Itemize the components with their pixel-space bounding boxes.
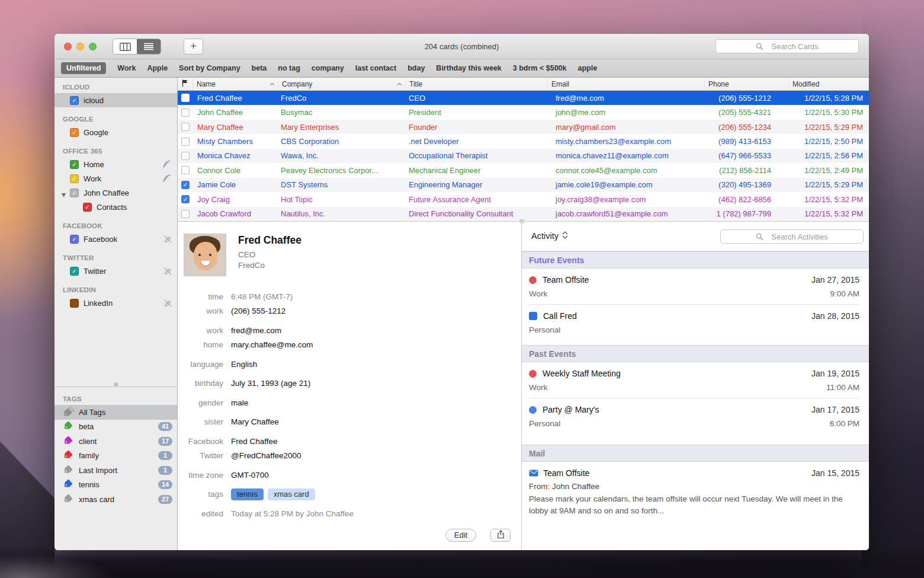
filter-sort-by-company[interactable]: Sort by Company [179, 64, 240, 72]
filter-company[interactable]: company [312, 64, 344, 72]
filter-no-tag[interactable]: no tag [278, 64, 300, 72]
sidebar-item-facebook[interactable]: ✓Facebook [54, 232, 177, 246]
row-checkbox[interactable] [181, 138, 190, 146]
cell-email: jamie.cole19@example.com [548, 180, 705, 189]
account-checkbox[interactable]: ✓ [70, 160, 79, 169]
activity-item-team-offsite[interactable]: Team OffsiteJan 15, 2015From: John Chaff… [522, 462, 869, 522]
filter-beta[interactable]: beta [252, 64, 267, 72]
row-checkbox[interactable]: ✓ [181, 181, 190, 189]
filter-birthday-this-week[interactable]: Birthday this week [436, 64, 501, 72]
filter-work[interactable]: Work [117, 64, 136, 72]
search-activities-input[interactable]: Search Activities [720, 229, 864, 244]
tag-row-client[interactable]: client17 [54, 434, 177, 449]
tag-row-beta[interactable]: beta41 [54, 420, 177, 435]
table-row-fred-chaffee[interactable]: Fred ChaffeeFredCoCEOfred@me.com(206) 55… [178, 91, 869, 105]
sidebar-section-header-tags: TAGS [54, 393, 177, 405]
columns-view-button[interactable] [113, 39, 137, 54]
divider-knob[interactable] [114, 382, 118, 387]
card-field-gender: gendermale [178, 395, 521, 410]
sidebar-item-home[interactable]: ✓Home [54, 157, 177, 171]
account-checkbox[interactable]: ✓ [70, 189, 79, 197]
account-checkbox[interactable] [70, 299, 79, 308]
sidebar-item-label: Facebook [84, 235, 117, 244]
contact-photo[interactable] [184, 234, 226, 276]
filter-bday[interactable]: bday [408, 64, 425, 72]
column-header-company[interactable]: Company [278, 78, 406, 90]
table-row-john-chaffee[interactable]: John ChaffeeBusymacPresidentjohn@me.com(… [178, 105, 869, 119]
filter-unfiltered[interactable]: Unfiltered [61, 62, 106, 74]
close-button[interactable] [64, 43, 72, 50]
tag-row-tennis[interactable]: tennis14 [54, 478, 177, 493]
column-header-name[interactable]: Name [193, 78, 278, 90]
tag-pill-tennis[interactable]: tennis [231, 488, 264, 500]
table-row-jamie-cole[interactable]: ✓Jamie ColeDST SystemsEngineering Manage… [178, 178, 869, 192]
activity-item-team-offsite[interactable]: Team OffsiteJan 27, 2015Work9:00 AM [522, 269, 869, 304]
activity-item-party-mary-s[interactable]: Party @ Mary'sJan 17, 2015Personal6:00 P… [522, 398, 869, 434]
tag-row-last-import[interactable]: Last Import1 [54, 463, 177, 478]
share-button[interactable] [490, 529, 511, 542]
add-card-button[interactable]: + [184, 39, 203, 55]
account-checkbox[interactable]: ✓ [70, 174, 79, 183]
sidebar-item-google[interactable]: ✓Google [54, 125, 177, 139]
activity-item-weekly-staff-meeting[interactable]: Weekly Staff MeetingJan 19, 2015Work11:0… [522, 362, 869, 398]
table-row-connor-cole[interactable]: Connor ColePeavey Electronics Corpor...M… [178, 163, 869, 177]
filter-3-bdrm-500k[interactable]: 3 bdrm < $500k [513, 64, 567, 72]
row-checkbox[interactable] [181, 94, 190, 102]
sidebar-item-work[interactable]: ✓Work [54, 171, 177, 186]
search-icon [756, 43, 763, 50]
sidebar-item-icloud[interactable]: ✓icloud [54, 93, 177, 107]
column-header-modified[interactable]: Modified [789, 78, 869, 90]
row-checkbox-cell [178, 166, 193, 174]
row-checkbox[interactable]: ✓ [181, 195, 190, 203]
field-value: 6:48 PM (GMT-7) [231, 292, 293, 301]
sidebar-item-contacts[interactable]: ✓Contacts [54, 200, 177, 214]
list-view-button[interactable] [137, 39, 161, 54]
field-label: work [178, 306, 223, 315]
disclosure-triangle-icon[interactable] [61, 190, 66, 199]
sidebar-item-john-chaffee[interactable]: ✓John Chaffee [54, 186, 177, 200]
filter-last-contact[interactable]: last contact [355, 64, 396, 72]
zoom-button[interactable] [89, 43, 97, 50]
cell-company: DST Systems [278, 180, 406, 189]
table-row-monica-chavez[interactable]: Monica ChavezWawa, Inc.Occupational Ther… [178, 149, 869, 163]
column-header-title[interactable]: Title [406, 78, 548, 90]
tag-pill-xmas-card[interactable]: xmas card [268, 488, 315, 500]
table-row-joy-craig[interactable]: ✓Joy CraigHot TopicFuture Assurance Agen… [178, 192, 869, 206]
tag-count-badge: 17 [158, 437, 172, 446]
tag-row-family[interactable]: family1 [54, 449, 177, 464]
minimize-button[interactable] [76, 43, 84, 50]
row-checkbox[interactable] [181, 166, 190, 174]
detail-divider-knob[interactable] [519, 219, 524, 223]
field-value: English [231, 360, 257, 369]
edit-button[interactable]: Edit [445, 529, 476, 542]
table-row-mary-chaffee[interactable]: Mary ChaffeeMary EnterprisesFoundermary@… [178, 120, 869, 134]
search-cards-input[interactable]: Search Cards [716, 39, 859, 53]
row-checkbox[interactable] [181, 210, 190, 218]
account-checkbox[interactable]: ✓ [83, 203, 92, 212]
filter-apple[interactable]: apple [578, 64, 598, 72]
tag-row-all-tags[interactable]: All Tags [54, 405, 177, 420]
activity-item-call-fred[interactable]: Call FredJan 28, 2015Personal [522, 305, 869, 340]
list-detail-divider[interactable] [178, 221, 869, 222]
activity-item-line2: Personal [529, 325, 859, 334]
account-checkbox[interactable]: ✓ [70, 267, 79, 276]
column-header-phone[interactable]: Phone [705, 78, 789, 90]
column-header-email[interactable]: Email [548, 78, 705, 90]
filter-apple[interactable]: Apple [147, 64, 168, 72]
tag-row-xmas-card[interactable]: xmas card27 [54, 492, 177, 507]
row-checkbox[interactable] [181, 123, 190, 131]
activity-item-title: Team Offsite [543, 275, 589, 285]
table-row-misty-chambers[interactable]: Misty ChambersCBS Corporation.net Develo… [178, 134, 869, 148]
account-checkbox[interactable]: ✓ [70, 96, 79, 105]
pencil-slash-icon [163, 299, 172, 309]
row-checkbox[interactable] [181, 152, 190, 160]
row-checkbox[interactable] [181, 108, 190, 117]
account-checkbox[interactable]: ✓ [70, 235, 79, 244]
sidebar-resize-divider[interactable] [54, 387, 177, 387]
column-header-flag[interactable] [178, 78, 193, 90]
sidebar-item-twitter[interactable]: ✓Twitter [54, 264, 177, 278]
sidebar-item-linkedin[interactable]: LinkedIn [54, 296, 177, 310]
account-checkbox[interactable]: ✓ [70, 128, 79, 137]
cell-phone: (989) 413-6153 [705, 137, 789, 146]
activity-view-selector[interactable]: Activity [531, 231, 568, 241]
